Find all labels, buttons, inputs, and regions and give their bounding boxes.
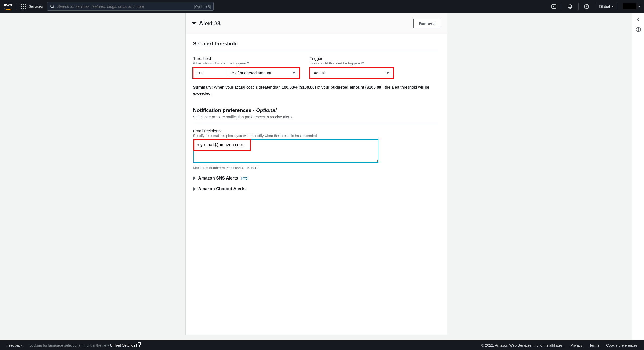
privacy-link[interactable]: Privacy (570, 343, 582, 347)
terms-link[interactable]: Terms (589, 343, 599, 347)
search-icon (50, 4, 54, 9)
unified-settings-link[interactable]: Unified Settings (110, 343, 140, 347)
help-rail (632, 13, 644, 340)
threshold-unit-select[interactable]: % of budgeted amount (228, 68, 298, 77)
trigger-field: Trigger How should this alert be trigger… (310, 56, 393, 78)
threshold-summary: Summary: When your actual cost is greate… (193, 84, 439, 97)
threshold-value-input[interactable] (194, 68, 226, 77)
threshold-unit-value: % of budgeted amount (231, 71, 271, 75)
caret-down-icon (292, 72, 295, 74)
search-input[interactable] (57, 4, 191, 9)
aws-logo[interactable]: aws (4, 3, 12, 10)
notif-sub: Select one or more notification preferen… (193, 115, 439, 123)
feedback-link[interactable]: Feedback (6, 343, 22, 347)
cloudshell-icon[interactable] (550, 4, 558, 9)
caret-right-icon (193, 187, 196, 191)
caret-down-icon (386, 72, 389, 74)
grid-icon (21, 4, 26, 9)
nav-separator (17, 3, 17, 10)
search-shortcut: [Option+S] (194, 5, 211, 9)
email-recipients-input[interactable] (193, 139, 378, 163)
region-selector[interactable]: Global (599, 4, 614, 9)
sns-alerts-expander[interactable]: Amazon SNS Alerts Info (193, 176, 439, 181)
collapse-help-icon[interactable] (636, 17, 641, 22)
global-search[interactable]: [Option+S] (47, 2, 214, 11)
email-label: Email recipients (193, 129, 439, 133)
top-nav: aws Services [Option+S] Global (0, 0, 644, 13)
section-threshold-heading: Set alert threshold (193, 41, 439, 50)
svg-point-5 (638, 28, 639, 29)
services-label: Services (29, 4, 43, 9)
trigger-desc: How should this alert be triggered? (310, 61, 393, 65)
notifications-icon[interactable] (566, 4, 574, 9)
account-menu[interactable] (623, 3, 640, 9)
copyright: © 2022, Amazon Web Services, Inc. or its… (481, 343, 564, 347)
caret-right-icon (193, 176, 196, 180)
cookie-preferences-link[interactable]: Cookie preferences (606, 343, 638, 347)
chatbot-alerts-expander[interactable]: Amazon Chatbot Alerts (193, 187, 439, 191)
caret-down-icon (638, 6, 640, 7)
trigger-value: Actual (314, 71, 325, 75)
caret-down-icon (192, 22, 196, 25)
trigger-label: Trigger (310, 56, 393, 61)
sns-info-link[interactable]: Info (241, 176, 247, 180)
language-hint: Looking for language selection? Find it … (29, 343, 140, 347)
svg-point-0 (51, 5, 53, 8)
external-link-icon (136, 344, 140, 347)
email-recipients-field: Email recipients Specify the email recip… (193, 129, 439, 170)
alert-panel: Alert #3 Remove Set alert threshold Thre… (185, 13, 447, 335)
caret-down-icon (612, 6, 614, 7)
trigger-select[interactable]: Actual (311, 68, 392, 77)
help-icon[interactable] (583, 4, 590, 9)
email-desc: Specify the email recipients you want to… (193, 134, 439, 138)
nav-separator (578, 3, 579, 10)
nav-separator (618, 3, 618, 10)
nav-separator (595, 3, 595, 10)
email-note: Maximum number of email recipients is 10… (193, 166, 439, 170)
services-menu[interactable]: Services (21, 4, 43, 9)
nav-separator (562, 3, 562, 10)
summary-prefix: Summary: (193, 85, 213, 89)
panel-title-text: Alert #3 (199, 20, 221, 27)
svg-line-1 (53, 7, 54, 8)
remove-button[interactable]: Remove (413, 19, 440, 28)
account-name-redacted (623, 3, 636, 9)
threshold-desc: When should this alert be triggered? (193, 61, 299, 65)
threshold-label: Threshold (193, 56, 299, 61)
panel-header: Alert #3 Remove (186, 13, 447, 34)
footer: Feedback Looking for language selection?… (0, 340, 644, 350)
info-icon[interactable] (636, 27, 641, 32)
notif-heading: Notification preferences - Optional (193, 107, 277, 113)
chatbot-alerts-label: Amazon Chatbot Alerts (198, 187, 246, 191)
region-label: Global (599, 4, 610, 9)
panel-title-toggle[interactable]: Alert #3 (192, 20, 221, 27)
threshold-field: Threshold When should this alert be trig… (193, 56, 299, 78)
sns-alerts-label: Amazon SNS Alerts (198, 176, 238, 181)
